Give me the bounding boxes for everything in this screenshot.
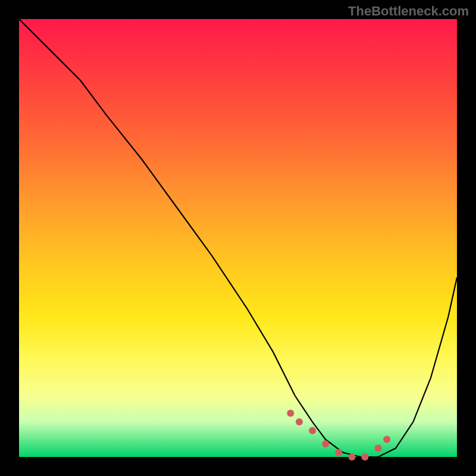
marker-dot [361,453,368,461]
bottleneck-curve [19,19,457,457]
marker-dot [287,409,294,416]
marker-dot [375,444,382,452]
marker-dot [348,453,355,461]
marker-dot [296,418,303,425]
marker-dot [322,440,329,447]
attribution-text: TheBottleneck.com [348,4,469,19]
marker-dot [309,427,316,434]
marker-dots [287,409,390,461]
curve-overlay [19,19,457,457]
marker-dot [335,449,342,456]
marker-dot [383,436,390,443]
